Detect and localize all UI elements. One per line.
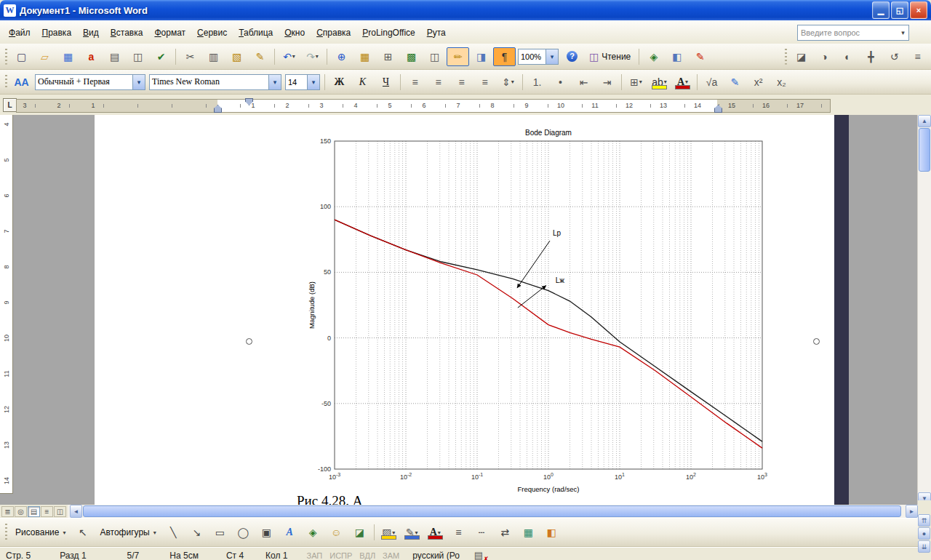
restore-button[interactable]: ◱	[891, 1, 908, 19]
justify-button[interactable]: ≡	[474, 73, 496, 92]
horizontal-scroll-track[interactable]	[82, 505, 906, 518]
contrast-button[interactable]: ◑	[813, 47, 836, 66]
toolbar-grip[interactable]	[784, 47, 787, 66]
style-dropdown-icon[interactable]: ▾	[132, 75, 145, 89]
font-color-draw-button[interactable]: А▾	[424, 523, 447, 542]
redo-dropdown-icon[interactable]: ▾	[316, 53, 319, 60]
toolbar-grip[interactable]	[4, 521, 7, 543]
permission-button[interactable]: а	[80, 47, 103, 66]
menu-table[interactable]: Таблица	[233, 25, 279, 40]
increase-indent-button[interactable]: ⇥	[596, 73, 618, 92]
picture-line-style-button[interactable]: ≡	[906, 47, 929, 66]
superscript-button[interactable]: x²	[747, 73, 770, 92]
vertical-scrollbar[interactable]: ▲ ▼	[917, 115, 931, 505]
horizontal-scrollbar[interactable]: ≣◎▤≡◫ ◄ ►	[0, 505, 918, 518]
cut-button[interactable]: ✂	[179, 47, 201, 66]
undo-dropdown-icon[interactable]: ▾	[292, 53, 295, 60]
align-right-button[interactable]: ≡	[450, 73, 473, 92]
autoshapes-menu-dropdown-icon[interactable]: ▾	[153, 529, 156, 536]
italic-button[interactable]: К	[351, 73, 374, 92]
object-anchor-handle-left[interactable]	[246, 338, 252, 345]
select-browse-object-button[interactable]: ●	[918, 527, 930, 540]
show-paragraph-marks-button[interactable]: ¶	[493, 47, 516, 66]
reading-layout-view-button[interactable]: ◫	[54, 506, 66, 517]
drawing-button[interactable]: ✏	[447, 47, 469, 66]
highlight-button[interactable]: ab▾	[648, 73, 671, 92]
select-objects-button[interactable]: ↖	[71, 523, 94, 542]
menu-insert[interactable]: Вставка	[105, 25, 149, 40]
insert-hyperlink-button[interactable]: ⊕	[330, 47, 353, 66]
diagram-button[interactable]: ◈	[302, 523, 324, 542]
menu-ruta[interactable]: Рута	[421, 25, 452, 40]
save-button[interactable]: ▦	[57, 47, 79, 66]
text-box-button[interactable]: ▣	[255, 523, 278, 542]
decrease-indent-button[interactable]: ⇤	[572, 73, 595, 92]
arrow-style-button[interactable]: ⇄	[494, 523, 516, 542]
document-map-button[interactable]: ◨	[470, 47, 492, 66]
insert-picture-button[interactable]: ◪	[348, 523, 371, 542]
font-size-dropdown-icon[interactable]: ▾	[307, 75, 319, 89]
rotate-left-button[interactable]: ↺	[883, 47, 906, 66]
bode-chart[interactable]: 150100500-50-10010-310-210-1100101102103…	[305, 128, 775, 503]
3d-style-button[interactable]: ◧	[540, 523, 563, 542]
bold-button[interactable]: Ж	[328, 73, 351, 92]
styles-and-formatting-button[interactable]: АА	[10, 73, 33, 92]
style-combo[interactable]: Обычный + Первая▾	[35, 74, 145, 90]
ask-question-dropdown-icon[interactable]: ▾	[898, 29, 908, 36]
line-color-button[interactable]: ✎▾	[401, 523, 423, 542]
oval-button[interactable]: ◯	[232, 523, 255, 542]
align-left-button[interactable]: ≡	[404, 73, 426, 92]
undo-button[interactable]: ↶▾	[278, 47, 300, 66]
next-page-button[interactable]: ⇊	[918, 540, 930, 553]
rectangle-button[interactable]: ▭	[209, 523, 231, 542]
previous-page-button[interactable]: ⇈	[918, 514, 930, 527]
spelling-and-grammar-button[interactable]: ✔	[150, 47, 172, 66]
scroll-right-button[interactable]: ►	[906, 505, 918, 518]
font-color-button[interactable]: А▾	[671, 73, 694, 92]
research-button[interactable]: ◈	[642, 47, 665, 66]
print-layout-view-button[interactable]: ▤	[28, 506, 40, 517]
font-dropdown-icon[interactable]: ▾	[268, 75, 281, 89]
normal-view-button[interactable]: ≣	[1, 506, 14, 517]
ask-question-box[interactable]: Введите вопрос ▾	[797, 25, 909, 41]
draw-menu-dropdown-icon[interactable]: ▾	[63, 529, 65, 536]
autoshapes-menu-button[interactable]: Автофигуры▾	[95, 523, 161, 542]
vertical-scroll-thumb[interactable]	[919, 128, 930, 172]
menu-file[interactable]: Файл	[3, 25, 36, 40]
menu-edit[interactable]: Правка	[36, 25, 78, 40]
menu-help[interactable]: Справка	[311, 25, 356, 40]
spelling-status-icon[interactable]: ▤ ✗	[474, 550, 487, 560]
tables-and-borders-button[interactable]: ▦	[353, 47, 376, 66]
line-spacing-dropdown-icon[interactable]: ▾	[511, 79, 514, 85]
draw-menu-button[interactable]: Рисование▾	[10, 523, 71, 542]
bulleted-list-button[interactable]: •	[549, 73, 572, 92]
fill-color-button[interactable]: ▨▾	[377, 523, 400, 542]
insert-excel-table-button[interactable]: ▩	[400, 47, 423, 66]
minimize-button[interactable]: ▁	[872, 1, 890, 19]
menu-view[interactable]: Вид	[77, 25, 105, 40]
zoom-dropdown-icon[interactable]: ▾	[546, 49, 558, 64]
subscript-button[interactable]: x₂	[770, 73, 793, 92]
tab-selector[interactable]: L	[3, 98, 17, 112]
help-button[interactable]: ?	[561, 47, 583, 66]
equation-button[interactable]: √a	[700, 73, 723, 92]
paste-button[interactable]: ▧	[225, 47, 248, 66]
columns-button[interactable]: ◫	[423, 47, 446, 66]
close-button[interactable]: ×	[910, 1, 927, 19]
edit-formula-button[interactable]: ✎	[724, 73, 746, 92]
print-button[interactable]: ▤	[103, 47, 126, 66]
outline-view-button[interactable]: ≡	[41, 506, 53, 517]
object-anchor-handle-right[interactable]	[813, 338, 820, 345]
picture-color-button[interactable]: ◪	[790, 47, 812, 66]
read-mode-button[interactable]: ◫Чтение	[584, 47, 636, 66]
brightness-button[interactable]: ◐	[836, 47, 859, 66]
toolbar-grip[interactable]	[4, 47, 7, 66]
new-document-button[interactable]: ▢	[10, 47, 33, 66]
web-layout-view-button[interactable]: ◎	[15, 506, 27, 517]
shadow-style-button[interactable]: ▦	[517, 523, 540, 542]
print-preview-button[interactable]: ◫	[127, 47, 149, 66]
scroll-up-button[interactable]: ▲	[918, 115, 931, 127]
insert-table-button[interactable]: ⊞	[377, 47, 399, 66]
show-formatting-button[interactable]: ◧	[666, 47, 688, 66]
horizontal-ruler[interactable]: 3211234567891011121314151617	[16, 99, 831, 113]
